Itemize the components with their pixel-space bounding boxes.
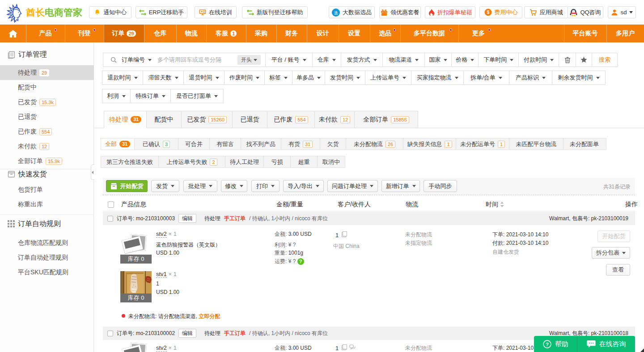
svg-text:选: 选 <box>334 10 338 15</box>
svg-text:$: $ <box>487 10 489 15</box>
svg-text:?: ? <box>546 341 549 347</box>
